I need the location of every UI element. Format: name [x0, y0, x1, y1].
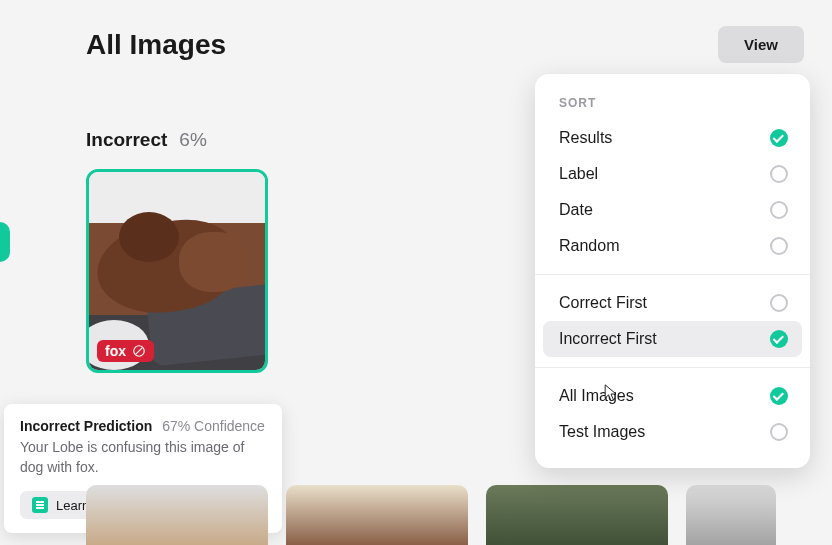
sort-option-test-images[interactable]: Test Images — [535, 414, 810, 450]
page-title: All Images — [86, 29, 226, 61]
tooltip-body: Your Lobe is confusing this image of dog… — [20, 438, 266, 477]
radio-icon — [770, 423, 788, 441]
section-percent: 6% — [179, 129, 206, 151]
divider — [535, 367, 810, 368]
sort-panel: SORT Results Label Date Random Correct F… — [535, 74, 810, 468]
header: All Images View — [0, 0, 832, 73]
sort-option-results[interactable]: Results — [535, 120, 810, 156]
thumbnail[interactable] — [86, 485, 268, 545]
prediction-tag-label: fox — [105, 343, 126, 359]
sort-option-label: Test Images — [559, 423, 645, 441]
section-title: Incorrect — [86, 129, 167, 151]
sort-option-correct-first[interactable]: Correct First — [535, 285, 810, 321]
radio-icon — [770, 165, 788, 183]
sort-option-label: Label — [559, 165, 598, 183]
divider — [535, 274, 810, 275]
thumbnail[interactable] — [486, 485, 668, 545]
sort-option-all-images[interactable]: All Images — [535, 378, 810, 414]
view-button[interactable]: View — [718, 26, 804, 63]
tooltip-confidence: 67% Confidence — [162, 418, 265, 434]
radio-checked-icon — [770, 330, 788, 348]
radio-icon — [770, 237, 788, 255]
thumbnail[interactable] — [686, 485, 776, 545]
thumbnail-row — [86, 485, 832, 545]
thumbnail[interactable] — [286, 485, 468, 545]
radio-icon — [770, 294, 788, 312]
sort-option-date[interactable]: Date — [535, 192, 810, 228]
sort-option-label: Correct First — [559, 294, 647, 312]
sort-option-label: Date — [559, 201, 593, 219]
image-card[interactable]: fox — [86, 169, 268, 373]
sort-option-random[interactable]: Random — [535, 228, 810, 264]
sort-option-incorrect-first[interactable]: Incorrect First — [543, 321, 802, 357]
left-edge-indicator — [0, 222, 10, 262]
sort-heading: SORT — [535, 96, 810, 120]
svg-line-1 — [136, 348, 142, 354]
cancel-icon — [132, 344, 146, 358]
radio-icon — [770, 201, 788, 219]
sort-option-label[interactable]: Label — [535, 156, 810, 192]
sort-option-label: Random — [559, 237, 619, 255]
tooltip-title: Incorrect Prediction — [20, 418, 152, 434]
sort-option-label: Incorrect First — [559, 330, 657, 348]
sort-option-label: All Images — [559, 387, 634, 405]
doc-icon — [32, 497, 48, 513]
sort-option-label: Results — [559, 129, 612, 147]
prediction-tag[interactable]: fox — [97, 340, 154, 362]
radio-checked-icon — [770, 387, 788, 405]
radio-checked-icon — [770, 129, 788, 147]
